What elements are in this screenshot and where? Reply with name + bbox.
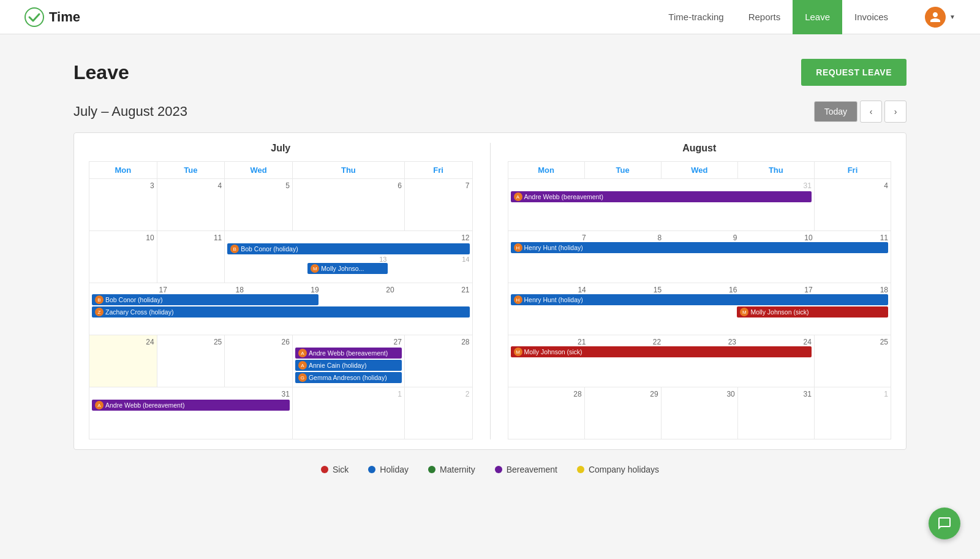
- bereavement-label: Bereavement: [507, 465, 557, 474]
- ac-avatar: A: [298, 361, 307, 370]
- july-week-3: 17 18 19 20 21 B Bob Conor (holiday): [89, 283, 473, 335]
- molly-johnson-sick-w3[interactable]: M Molly Johnson (sick): [737, 306, 888, 318]
- aug-2-other: 2: [404, 387, 472, 439]
- avatar: [925, 7, 946, 28]
- henry-hunt-holiday-w3[interactable]: H Henry Hunt (holiday): [511, 294, 889, 305]
- holiday-label: Holiday: [380, 465, 409, 474]
- bc-avatar-w3: B: [95, 295, 104, 304]
- aug-week-5: 28 29 30 31 1: [508, 387, 891, 439]
- july-12: 12 B Bob Conor (holiday) 13 M: [225, 231, 472, 283]
- bob-conor-holiday-week3[interactable]: B Bob Conor (holiday): [92, 294, 318, 305]
- ga-avatar: G: [298, 373, 307, 382]
- maternity-label: Maternity: [440, 465, 475, 474]
- nav-leave[interactable]: Leave: [793, 0, 842, 34]
- july-grid: Mon Tue Wed Thu Fri 3 4 5 6 7: [89, 161, 473, 439]
- zachary-cross-holiday[interactable]: Z Zachary Cross (holiday): [92, 306, 470, 318]
- holiday-dot: [368, 466, 375, 473]
- zc-avatar: Z: [95, 308, 104, 316]
- andre-webb-bereavement-july-31[interactable]: A Andre Webb (bereavement): [92, 400, 290, 411]
- july-11: 11: [157, 231, 225, 283]
- nav-time-tracking[interactable]: Time-tracking: [656, 0, 736, 34]
- july-7: 7: [404, 179, 472, 231]
- july-28: 28: [404, 335, 472, 387]
- aw-aug-avatar: A: [514, 192, 522, 201]
- legend-company-holidays: Company holidays: [577, 465, 659, 474]
- chat-button[interactable]: [929, 508, 960, 539]
- col-thu: Thu: [292, 162, 404, 179]
- request-leave-button[interactable]: REQUEST LEAVE: [801, 59, 907, 86]
- calendar-divider: [490, 143, 491, 439]
- company-holidays-label: Company holidays: [589, 465, 659, 474]
- july-week-2: 10 11 12 B Bob Conor (holiday) 1: [89, 231, 473, 283]
- aug-col-tue: Tue: [584, 162, 661, 179]
- molly-johnson-holiday-event[interactable]: M Molly Johnso...: [307, 263, 388, 274]
- henry-hunt-holiday-w2[interactable]: H Henry Hunt (holiday): [511, 242, 889, 253]
- july-week-5: 31 A Andre Webb (bereavement) 1 2: [89, 387, 473, 439]
- july-31: 31 A Andre Webb (bereavement): [89, 387, 293, 439]
- aug-29: 29: [584, 387, 661, 439]
- chevron-down-icon: ▼: [949, 13, 956, 20]
- aug-30: 30: [661, 387, 737, 439]
- july-title: July: [89, 143, 473, 154]
- nav-invoices[interactable]: Invoices: [842, 0, 900, 34]
- col-tue: Tue: [157, 162, 225, 179]
- aw-avatar: A: [298, 349, 307, 357]
- bob-conor-holiday-event[interactable]: B Bob Conor (holiday): [227, 243, 469, 254]
- sick-label: Sick: [333, 465, 349, 474]
- hh-avatar-w3: H: [514, 295, 522, 304]
- aug-31: 31: [737, 387, 814, 439]
- logo[interactable]: Time: [24, 7, 80, 27]
- main-content: Leave REQUEST LEAVE July – August 2023 T…: [0, 34, 980, 559]
- legend-holiday: Holiday: [368, 465, 409, 474]
- hh-avatar-w2: H: [514, 243, 522, 252]
- july-week-1: 3 4 5 6 7: [89, 179, 473, 231]
- legend: Sick Holiday Maternity Bereavement Compa…: [74, 465, 907, 474]
- user-menu[interactable]: ▼: [925, 7, 956, 28]
- page-title: Leave: [74, 61, 129, 84]
- aug-25: 25: [814, 335, 891, 387]
- annie-cain-holiday[interactable]: A Annie Cain (holiday): [295, 360, 402, 371]
- logo-icon: [24, 7, 44, 27]
- august-grid: Mon Tue Wed Thu Fri 31 A An: [508, 161, 892, 439]
- july-5: 5: [225, 179, 293, 231]
- july-calendar: July Mon Tue Wed Thu Fri 3 4: [89, 143, 473, 439]
- date-range: July – August 2023: [74, 104, 187, 120]
- chat-icon: [937, 516, 952, 531]
- page-header: Leave REQUEST LEAVE: [74, 59, 907, 86]
- molly-johnson-avatar: M: [311, 264, 319, 273]
- next-button[interactable]: ›: [884, 101, 907, 123]
- col-fri: Fri: [404, 162, 472, 179]
- mj-avatar-w4: M: [514, 348, 522, 356]
- aug-col-wed: Wed: [661, 162, 737, 179]
- bob-conor-avatar: B: [230, 245, 239, 253]
- july-17: 17 18 19 20 21 B Bob Conor (holiday): [89, 283, 473, 335]
- legend-bereavement: Bereavement: [495, 465, 557, 474]
- july-25: 25: [157, 335, 225, 387]
- header: Time Time-tracking Reports Leave Invoice…: [0, 0, 980, 34]
- gemma-andreson-holiday[interactable]: G Gemma Andreson (holiday): [295, 372, 402, 383]
- molly-johnson-sick-w4[interactable]: M Molly Johnson (sick): [511, 346, 812, 357]
- august-title: August: [508, 143, 892, 154]
- july-26: 26: [225, 335, 293, 387]
- aug-4: 4: [814, 179, 891, 231]
- july-10: 10: [89, 231, 157, 283]
- svg-point-0: [25, 8, 43, 26]
- aug-col-fri: Fri: [814, 162, 891, 179]
- july-24: 24: [89, 335, 157, 387]
- aug-28: 28: [508, 387, 584, 439]
- mj-avatar-w3: M: [740, 308, 748, 316]
- nav-buttons: Today ‹ ›: [814, 101, 907, 123]
- aug-7: 7 8 9 10 11 H Henry Hunt (holiday): [508, 231, 891, 283]
- andre-webb-bereavement-july[interactable]: A Andre Webb (bereavement): [295, 348, 402, 359]
- today-button[interactable]: Today: [814, 101, 858, 122]
- july-6: 6: [292, 179, 404, 231]
- aug-week-3: 14 15 16 17 18 H Henry Hunt (holiday): [508, 283, 891, 335]
- prev-button[interactable]: ‹: [860, 101, 882, 123]
- andre-webb-bereavement-aug[interactable]: A Andre Webb (bereavement): [511, 191, 812, 202]
- nav-reports[interactable]: Reports: [736, 0, 793, 34]
- july-3: 3: [89, 179, 157, 231]
- sep-1-other: 1: [814, 387, 891, 439]
- bereavement-dot: [495, 466, 502, 473]
- main-nav: Time-tracking Reports Leave Invoices: [656, 0, 900, 34]
- july-week-4: 24 25 26 27 A Andre Webb (bereavement) A: [89, 335, 473, 387]
